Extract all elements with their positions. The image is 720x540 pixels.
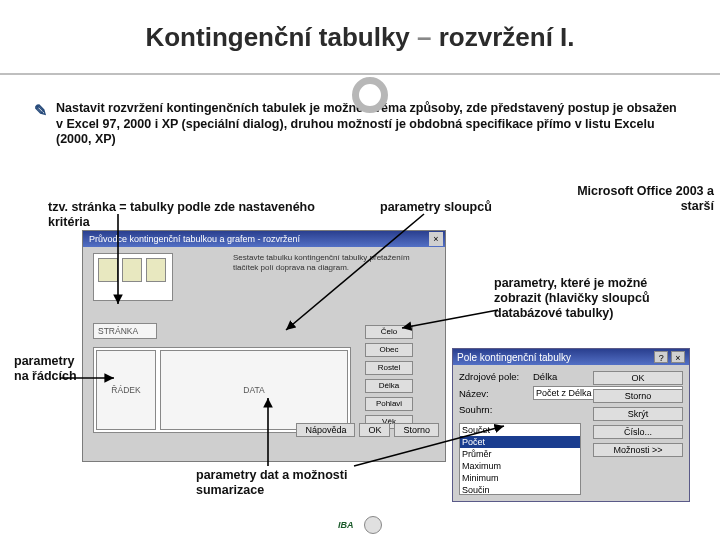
- arrows-overlay: [0, 0, 720, 540]
- svg-line-2: [402, 310, 498, 328]
- svg-line-1: [286, 214, 424, 330]
- logo-mu: [364, 516, 382, 534]
- svg-line-5: [354, 426, 504, 466]
- logo-iba: IBA: [338, 520, 354, 530]
- footer-logos: IBA: [0, 516, 720, 534]
